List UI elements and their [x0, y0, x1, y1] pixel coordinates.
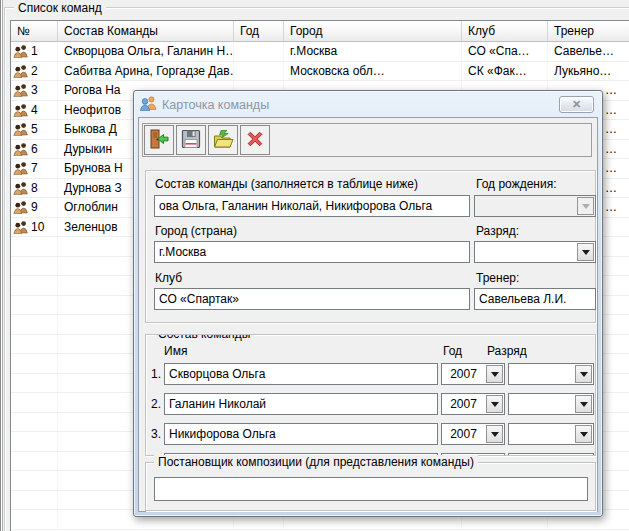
team-people-icon: [13, 161, 28, 175]
member-rank-combobox[interactable]: [508, 393, 594, 415]
save-button[interactable]: [176, 125, 206, 155]
row-number: 9: [31, 200, 38, 214]
city-input[interactable]: [154, 241, 470, 263]
row-number: 3: [31, 83, 38, 97]
close-icon: ✕: [572, 98, 581, 110]
producer-group-title: Постановщик композиции (для представлени…: [154, 455, 478, 469]
cell-city: г.Москва: [284, 42, 462, 61]
member-index: 2.: [148, 397, 161, 411]
team-field-label: Состав команды (заполняется в таблице ни…: [155, 177, 418, 191]
member-year-combobox[interactable]: 2007: [441, 423, 505, 445]
team-people-icon: [13, 122, 28, 136]
chevron-down-icon: [580, 372, 588, 377]
member-row: 2. 2007: [146, 393, 595, 417]
birth-year-combobox: [474, 195, 596, 217]
row-number: 1: [31, 44, 38, 58]
member-row: 3. 2007: [146, 423, 595, 447]
member-row: 1. 2007: [146, 363, 595, 387]
close-button[interactable]: ✕: [559, 96, 594, 113]
chevron-down-icon: [491, 432, 499, 437]
cell-team: Сабитва Арина, Горгадзе Дав…: [58, 62, 234, 81]
member-rank-combobox[interactable]: [508, 423, 594, 445]
dialog-body: Состав команды (заполняется в таблице ни…: [138, 117, 598, 512]
team-people-icon: [13, 142, 28, 156]
member-year-combobox[interactable]: 2007: [441, 363, 505, 385]
column-header-coach[interactable]: Тренер: [548, 21, 629, 42]
chevron-down-icon: [491, 372, 499, 377]
cell-year: [234, 42, 284, 61]
column-header-number[interactable]: №: [11, 21, 58, 42]
row-number: 8: [31, 181, 38, 195]
cell-club: СК «Фак…: [462, 62, 548, 81]
members-group: Состав команды Имя Год Разряд 1. 2007 2.…: [145, 334, 596, 456]
team-table-header: № Состав Команды Год Город Клуб Тренер: [11, 21, 629, 42]
cell-coach: Савелье…: [548, 42, 629, 61]
team-people-icon: [13, 83, 28, 97]
team-members-input[interactable]: [154, 195, 470, 217]
cell-team: Скворцова Ольга, Галанин Н…: [58, 42, 234, 61]
team-people-icon: [13, 200, 28, 214]
member-name-input[interactable]: [164, 393, 438, 415]
rank-combobox[interactable]: [474, 241, 596, 263]
cell-club: СО «Спа…: [462, 42, 548, 61]
row-number: 2: [31, 64, 38, 78]
save-floppy-icon: [180, 128, 202, 153]
member-year-combobox[interactable]: 2007: [441, 393, 505, 415]
chevron-down-icon: [582, 250, 590, 255]
city-label: Город (страна): [155, 224, 237, 238]
open-button[interactable]: [208, 125, 238, 155]
cell-city: Московска обл…: [284, 62, 462, 81]
column-header-city[interactable]: Город: [284, 21, 462, 42]
chevron-down-icon: [491, 402, 499, 407]
table-row[interactable]: 2 Сабитва Арина, Горгадзе Дав… Московска…: [11, 62, 629, 82]
team-list-group-title: Список команд: [14, 1, 106, 15]
member-name-input[interactable]: [164, 423, 438, 445]
team-people-icon: [13, 44, 28, 58]
team-card-window-icon: [140, 96, 157, 114]
producer-input[interactable]: [154, 477, 588, 501]
team-card-dialog: Карточка команды ✕: [133, 90, 603, 517]
table-row[interactable]: 1 Скворцова Ольга, Галанин Н… г.Москва С…: [11, 42, 629, 62]
club-input[interactable]: [154, 288, 470, 310]
column-header-year[interactable]: Год: [234, 21, 284, 42]
row-number: 5: [31, 122, 38, 136]
delete-button[interactable]: [240, 125, 270, 155]
dialog-titlebar[interactable]: Карточка команды ✕: [137, 94, 599, 116]
club-label: Клуб: [155, 271, 182, 285]
coach-input[interactable]: [474, 288, 596, 310]
cell-coach: Лукьяно…: [548, 62, 629, 81]
exit-door-icon: [148, 128, 170, 153]
open-folder-icon: [212, 128, 234, 153]
member-index: 3.: [148, 427, 161, 441]
row-number: 7: [31, 161, 38, 175]
column-header-team[interactable]: Состав Команды: [58, 21, 234, 42]
producer-group: Постановщик композиции (для представлени…: [145, 462, 596, 511]
cell-year: [234, 62, 284, 81]
column-header-club[interactable]: Клуб: [462, 21, 548, 42]
rank-column-header: Разряд: [487, 344, 527, 358]
chevron-down-icon: [580, 402, 588, 407]
team-people-icon: [13, 220, 28, 234]
team-fields-group: Состав команды (заполняется в таблице ни…: [145, 170, 596, 323]
team-people-icon: [13, 103, 28, 117]
delete-cross-icon: [244, 128, 266, 153]
window-left-edge: [0, 0, 3, 531]
exit-button[interactable]: [144, 125, 174, 155]
rank-label: Разряд:: [476, 224, 519, 238]
member-name-input[interactable]: [164, 363, 438, 385]
dialog-title: Карточка команды: [162, 98, 269, 112]
coach-label: Тренер:: [476, 271, 519, 285]
member-index: 1.: [148, 367, 161, 381]
team-people-icon: [13, 64, 28, 78]
birth-year-label: Год рождения:: [476, 177, 557, 191]
team-people-icon: [13, 181, 28, 195]
member-rank-combobox[interactable]: [508, 363, 594, 385]
member-rank-combobox[interactable]: [508, 453, 594, 456]
year-column-header: Год: [443, 344, 462, 358]
name-column-header: Имя: [164, 344, 187, 358]
row-number: 6: [31, 142, 38, 156]
members-group-title: Состав команды: [154, 334, 254, 341]
dialog-toolbar: [142, 123, 592, 157]
row-number: 4: [31, 103, 38, 117]
row-number: 10: [31, 220, 44, 234]
